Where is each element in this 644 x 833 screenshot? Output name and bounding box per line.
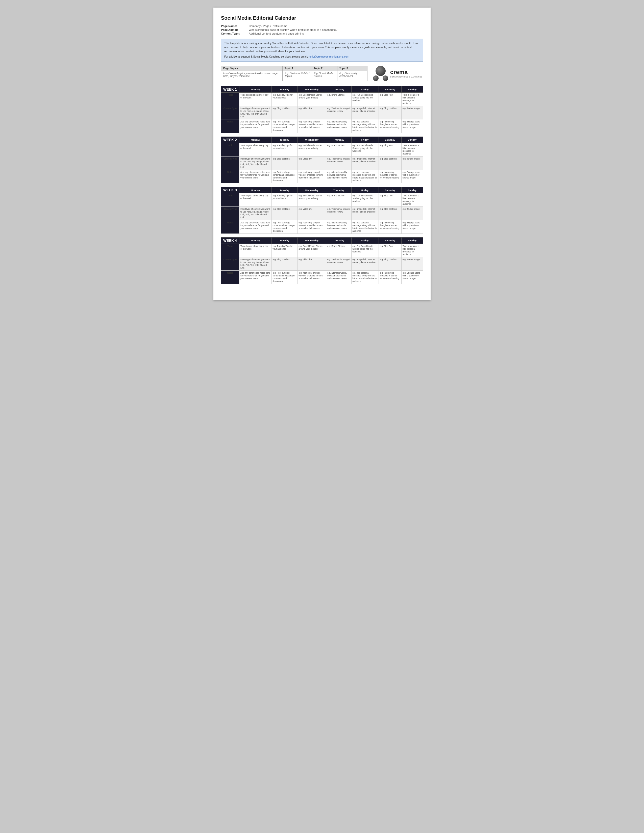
topic-cell-0: Insert overall topics you want to discus… xyxy=(221,71,283,81)
info-line1: This template is for creating your weekl… xyxy=(224,42,420,53)
logo-circles xyxy=(373,66,388,81)
cell-w1-r2-c1: e.g. Post our blog content and encourage… xyxy=(272,119,298,133)
cell-w2-r1-c5: e.g. Blog post link xyxy=(378,156,401,170)
cell-w3-r2-c3: e.g. alternate weekly between testimonia… xyxy=(326,220,351,233)
cell-w1-r0-c3: e.g. Brand Stories xyxy=(326,93,351,106)
cell-w4-r2-c2: e.g. neat story or quick video of sharab… xyxy=(298,270,326,284)
cell-w4-r0-c2: e.g. Social Media Stories around your In… xyxy=(298,244,326,257)
cell-w1-r1-c4: e.g. Image link, Internet meme, joke or … xyxy=(351,106,378,119)
week-title-1: WEEK 1 xyxy=(221,86,240,93)
content-team-value: Additional content creators and page adm… xyxy=(249,32,304,35)
day-header-wednesday: Wednesday xyxy=(298,86,326,93)
cell-w4-r0-c3: e.g. Brand Stories xyxy=(326,244,351,257)
cell-w2-r2-c3: e.g. alternate weekly between testimonia… xyxy=(326,170,351,183)
day-header-saturday: Saturday xyxy=(378,86,401,93)
cell-w2-r1-c0: Insert type of content you want to use h… xyxy=(240,156,272,170)
cell-w4-r2-c3: e.g. alternate weekly between testimonia… xyxy=(326,270,351,284)
week-section-1: WEEK 1MondayTuesdayWednesdayThursdayFrid… xyxy=(221,86,423,133)
cell-w4-r1-c3: e.g. Testimonial Image / customer review xyxy=(326,257,351,270)
week-title-2: WEEK 2 xyxy=(221,137,240,143)
cell-w2-r0-c5: e.g. Blog Post xyxy=(378,143,401,156)
cell-w3-r2-c1: e.g. Post our blog content and encourage… xyxy=(272,220,298,233)
cell-w4-r2-c4: e.g. add personal message along with the… xyxy=(351,270,378,284)
cell-w2-r2-c2: e.g. neat story or quick video of sharab… xyxy=(298,170,326,183)
row-label-topic: Topic xyxy=(221,193,240,207)
cell-w3-r1-c3: e.g. Testimonial Image / customer review xyxy=(326,207,351,220)
cell-w1-r0-c6: Take a break or a little personal messag… xyxy=(402,93,423,106)
cell-w1-r0-c0: Topic to post about every day of the wee… xyxy=(240,93,272,106)
cell-w2-r0-c3: e.g. Brand Stories xyxy=(326,143,351,156)
cell-w4-r0-c0: Topic to post about every day of the wee… xyxy=(240,244,272,257)
info-box: This template is for creating your weekl… xyxy=(221,39,423,61)
cell-w3-r2-c2: e.g. neat story or quick video of sharab… xyxy=(298,220,326,233)
day-header-tuesday: Tuesday xyxy=(272,187,298,193)
cell-w1-r1-c2: e.g. Video link xyxy=(298,106,326,119)
day-header-wednesday: Wednesday xyxy=(298,187,326,193)
day-header-monday: Monday xyxy=(240,86,272,93)
cell-w1-r1-c6: e.g. Text or Image xyxy=(402,106,423,119)
cell-w2-r1-c2: e.g. Video link xyxy=(298,156,326,170)
cell-w4-r2-c6: e.g. Engage users with a question or sha… xyxy=(402,270,423,284)
topic-header-1: Topic 1 xyxy=(282,66,312,71)
cell-w4-r1-c4: e.g. Image link, Internet meme, joke or … xyxy=(351,257,378,270)
row-label-content-type: Content Type xyxy=(221,257,240,270)
meta-section: Page Name: Company / Page / Profile name… xyxy=(221,24,423,35)
cell-w3-r0-c3: e.g. Brand Stories xyxy=(326,193,351,207)
day-header-monday: Monday xyxy=(240,137,272,143)
topic-header-3: Topic 3 xyxy=(337,66,367,71)
day-header-sunday: Sunday xyxy=(402,187,423,193)
cell-w3-r1-c2: e.g. Video link xyxy=(298,207,326,220)
circle-main xyxy=(375,66,386,76)
day-header-tuesday: Tuesday xyxy=(272,237,298,244)
cell-w3-r0-c4: e.g. Fun Social Media Stories going into… xyxy=(351,193,378,207)
day-header-friday: Friday xyxy=(351,237,378,244)
week-title-3: WEEK 3 xyxy=(221,187,240,193)
cell-w4-r2-c5: e.g. Interesting thoughts or stories for… xyxy=(378,270,401,284)
day-header-monday: Monday xyxy=(240,187,272,193)
row-label-notes: Notes xyxy=(221,270,240,284)
row-label-content-type: Content Type xyxy=(221,207,240,220)
cell-w4-r0-c6: Take a break or a little personal messag… xyxy=(402,244,423,257)
cell-w1-r1-c3: e.g. Testimonial Image / customer review xyxy=(326,106,351,119)
week-section-2: WEEK 2MondayTuesdayWednesdayThursdayFrid… xyxy=(221,137,423,183)
cell-w1-r2-c6: e.g. Engage users with a question or sha… xyxy=(402,119,423,133)
cell-w2-r1-c3: e.g. Testimonial Image / customer review xyxy=(326,156,351,170)
cell-w2-r0-c6: Take a break or a little personal messag… xyxy=(402,143,423,156)
day-header-sunday: Sunday xyxy=(402,137,423,143)
day-header-tuesday: Tuesday xyxy=(272,86,298,93)
cell-w1-r0-c5: e.g. Blog Post xyxy=(378,93,401,106)
row-label-content-type: Content Type xyxy=(221,106,240,119)
day-header-sunday: Sunday xyxy=(402,237,423,244)
topics-table: Page Topics Topic 1 Topic 2 Topic 3 Inse… xyxy=(221,66,367,81)
row-label-content-type: Content Type xyxy=(221,156,240,170)
day-header-thursday: Thursday xyxy=(326,137,351,143)
cell-w1-r1-c5: e.g. Blog post link xyxy=(378,106,401,119)
cell-w2-r1-c4: e.g. Image link, Internet meme, joke or … xyxy=(351,156,378,170)
email-link[interactable]: hello@cremacommunications.com xyxy=(309,55,349,58)
week-table-4: WEEK 4MondayTuesdayWednesdayThursdayFrid… xyxy=(221,237,423,284)
cell-w4-r1-c5: e.g. Blog post link xyxy=(378,257,401,270)
page-admin-row: Page Admin: Who started this page or pro… xyxy=(221,28,423,31)
cell-w2-r0-c4: e.g. Fun Social Media Stories going into… xyxy=(351,143,378,156)
circle-right xyxy=(383,76,388,81)
cell-w2-r0-c0: Topic to post about every day of the wee… xyxy=(240,143,272,156)
week-section-4: WEEK 4MondayTuesdayWednesdayThursdayFrid… xyxy=(221,237,423,284)
cell-w1-r0-c1: e.g. Tuesday Tips for your audience xyxy=(272,93,298,106)
week-table-3: WEEK 3MondayTuesdayWednesdayThursdayFrid… xyxy=(221,187,423,234)
day-header-monday: Monday xyxy=(240,237,272,244)
circle-left xyxy=(373,76,378,81)
cell-w3-r2-c0: Add any other extra notes here for your … xyxy=(240,220,272,233)
day-header-saturday: Saturday xyxy=(378,137,401,143)
cell-w1-r1-c0: Insert type of content you want to use h… xyxy=(240,106,272,119)
cell-w4-r2-c1: e.g. Post our blog content and encourage… xyxy=(272,270,298,284)
row-label-notes: Notes xyxy=(221,170,240,183)
cell-w3-r0-c6: Take a break or a little personal messag… xyxy=(402,193,423,207)
cell-w2-r0-c1: e.g. Tuesday Tips for your audience xyxy=(272,143,298,156)
row-label-notes: Notes xyxy=(221,119,240,133)
day-header-friday: Friday xyxy=(351,137,378,143)
crema-tagline: COMMUNICATIONS & MARKETING xyxy=(390,76,422,78)
cell-w2-r0-c2: e.g. Social Media Stories around your In… xyxy=(298,143,326,156)
logo-area: crema COMMUNICATIONS & MARKETING xyxy=(372,66,423,81)
topic-header-2: Topic 2 xyxy=(312,66,337,71)
cell-w1-r0-c2: e.g. Social Media Stories around your In… xyxy=(298,93,326,106)
